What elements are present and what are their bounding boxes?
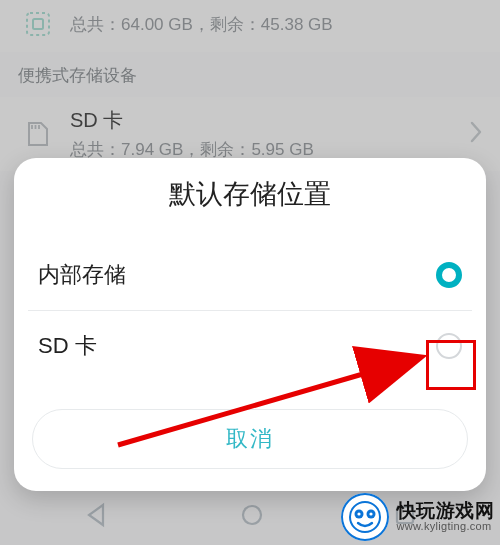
nav-back-icon[interactable] <box>83 501 111 533</box>
watermark-url: www.kyligting.com <box>397 521 495 533</box>
svg-point-6 <box>243 506 261 524</box>
radio-selected-icon[interactable] <box>436 262 462 288</box>
watermark-logo-icon <box>341 493 389 541</box>
dialog-title: 默认存储位置 <box>14 176 486 212</box>
cancel-button-label: 取消 <box>226 424 274 454</box>
watermark: 快玩游戏网 www.kyligting.com <box>341 493 495 541</box>
nav-home-icon[interactable] <box>238 501 266 533</box>
option-sdcard[interactable]: SD 卡 <box>14 311 486 381</box>
cancel-button[interactable]: 取消 <box>32 409 468 469</box>
option-sdcard-label: SD 卡 <box>38 331 97 361</box>
option-internal-storage[interactable]: 内部存储 <box>14 240 486 310</box>
annotation-red-box <box>426 340 476 390</box>
svg-point-10 <box>357 512 360 515</box>
option-internal-label: 内部存储 <box>38 260 126 290</box>
svg-point-8 <box>350 502 380 532</box>
svg-point-12 <box>369 512 372 515</box>
default-storage-dialog: 默认存储位置 内部存储 SD 卡 取消 <box>14 158 486 491</box>
watermark-title: 快玩游戏网 <box>397 501 495 521</box>
